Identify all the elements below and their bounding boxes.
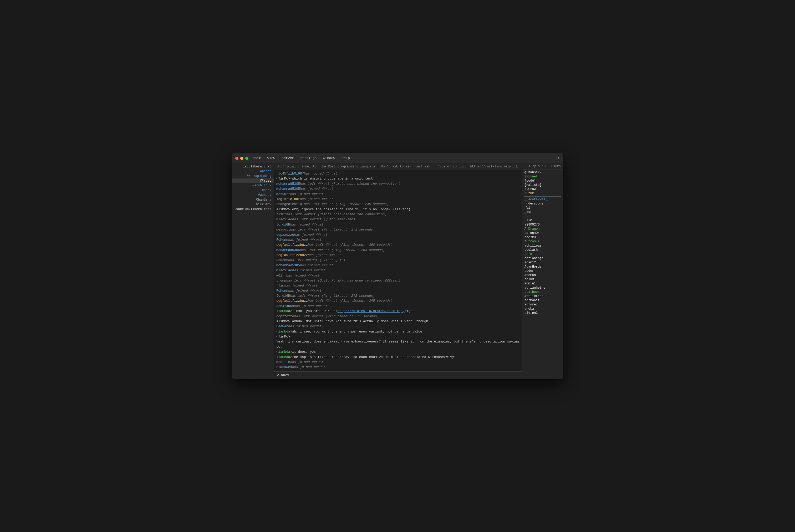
menu-window[interactable]: window xyxy=(323,156,336,160)
menu-help[interactable]: help xyxy=(341,156,349,160)
nick: segfaultfizzbuzz xyxy=(276,299,308,304)
message-input[interactable] xyxy=(277,373,519,377)
user-item[interactable]: agrorec xyxy=(523,303,563,307)
user-item[interactable]: AdamHorden xyxy=(523,265,563,269)
list-item: RoKenn has left ##rust (Client Quit) xyxy=(276,258,520,263)
user-item[interactable]: achilleas xyxy=(523,244,563,248)
user-item[interactable]: ace7k3 xyxy=(523,235,563,240)
user-item[interactable]: A_Dragon xyxy=(523,227,563,231)
list-item: `Tim has joined ##rust xyxy=(276,283,520,288)
sidebar-item-nhex[interactable]: #nhex xyxy=(232,188,274,193)
list-item: w0lff has joined ##rust xyxy=(276,273,520,278)
users-list[interactable]: @ChanServ [0x1eef] [code] [Kalisto] \\Cr… xyxy=(523,170,563,379)
nick: <lambda> xyxy=(276,355,292,360)
nick: mcoffin xyxy=(276,360,290,365)
user-item[interactable]: ACfromTX xyxy=(523,240,563,244)
sidebar-server[interactable]: irc.libera.chat xyxy=(232,164,274,169)
nick: Daewar xyxy=(276,324,288,329)
list-item: rk102 has left ##rust (Remote host close… xyxy=(276,212,520,217)
traffic-lights xyxy=(235,157,248,160)
nick: oopzzozzo xyxy=(276,314,294,319)
crates-link[interactable]: https://crates.io/crates/enum-map, xyxy=(338,309,404,314)
maximize-button[interactable] xyxy=(245,157,248,160)
nick: mohammad5305 xyxy=(276,248,300,253)
list-item: <lambda> the map is a fixed-size array, … xyxy=(276,355,520,360)
user-item[interactable]: aaronm04 xyxy=(523,231,563,235)
list-item: <lambda> it does, yes xyxy=(276,349,520,355)
user-item[interactable]: [Kalisto] xyxy=(523,183,563,187)
nick: RoKenn xyxy=(276,238,288,243)
nick: <lambda> xyxy=(276,329,292,334)
user-item[interactable]: @ChanServ xyxy=(523,170,563,174)
list-item: logistic-bot has joined ##rust xyxy=(276,197,520,202)
sidebar-item-rust[interactable]: ##rust xyxy=(232,178,274,183)
titlebar: nhex view server settings window help ☀ xyxy=(232,153,563,163)
user-item[interactable]: adam12 xyxy=(523,261,563,265)
user-item[interactable]: [code] xyxy=(523,179,563,183)
user-item[interactable]: __acetakwas__ xyxy=(523,197,563,202)
menu-server[interactable]: server xyxy=(282,156,294,160)
sidebar-item-cadmium[interactable]: cadmium.libera.chat xyxy=(232,207,274,212)
list-item: mohammad5305 has left ##rust (Ping timeo… xyxy=(276,248,520,253)
user-item[interactable]: admin1 xyxy=(523,282,563,286)
user-item[interactable]: actioninja xyxy=(523,256,563,261)
user-item[interactable]: `. xyxy=(523,214,563,218)
messages-area[interactable]: r5c45711h01987 has joined ##rust <TimMc>… xyxy=(274,170,522,372)
close-button[interactable] xyxy=(235,157,239,160)
list-item: miaoxiao has left ##rust (Quit: miaoxiao… xyxy=(276,217,520,222)
user-item[interactable]: Ademan xyxy=(523,273,563,277)
nick: mohammad5305 xyxy=(276,187,300,192)
nick: <lambda> xyxy=(276,309,292,314)
list-item: Den4ikRus has joined ##rust xyxy=(276,304,520,309)
user-item[interactable]: agrmohit xyxy=(523,298,563,303)
sidebar-item-nickserv[interactable]: NickServ xyxy=(232,202,274,207)
user-item[interactable]: adder xyxy=(523,269,563,273)
user-item[interactable]: aeltheos xyxy=(523,290,563,294)
nick: rk102 xyxy=(276,212,286,217)
sidebar-item-archlinux[interactable]: #archlinux xyxy=(232,183,274,188)
minimize-button[interactable] xyxy=(240,157,243,160)
sidebar-item-programming[interactable]: ##programming xyxy=(232,174,274,178)
nick: <lambda> xyxy=(276,349,292,355)
list-item: segfaultfizzbuzz has left ##rust (Ping t… xyxy=(276,243,520,248)
sidebar-item-chanserv[interactable]: ChanServ xyxy=(232,197,274,202)
sidebar-item-webdev[interactable]: #webdev xyxy=(232,193,274,197)
nick: miaoxiao xyxy=(276,217,292,222)
list-item: segfaultfizzbuzz has joined ##rust xyxy=(276,253,520,258)
nick: JordiGH xyxy=(276,222,290,227)
nick: <TimMc> xyxy=(276,319,290,324)
user-item-affliction[interactable]: Affliction xyxy=(523,294,563,298)
list-item: BlackDex has joined ##rust xyxy=(276,365,520,370)
list-item: <lambda> ah, I see, you want one entry p… xyxy=(276,329,520,334)
app-name: nhex xyxy=(253,156,261,160)
nick: segfaultfizzbuzz xyxy=(276,243,308,248)
nick: r5c45711h01987 xyxy=(276,171,304,176)
user-item[interactable]: aivion3 xyxy=(523,311,563,315)
user-item[interactable]: _xor xyxy=(523,210,563,214)
input-bar xyxy=(274,372,522,379)
topic-bar: Unofficial channel for the Rust programm… xyxy=(274,163,522,170)
user-item[interactable]: _nderscore xyxy=(523,202,563,206)
user-item[interactable]: adrianheine xyxy=(523,286,563,290)
main-window: nhex view server settings window help ☀ … xyxy=(232,153,563,379)
user-item[interactable]: ^6t8k xyxy=(523,191,563,195)
user-item[interactable]: acro xyxy=(523,252,563,256)
menu-settings[interactable]: settings xyxy=(300,156,317,160)
nick: Den4ikRus xyxy=(276,304,294,309)
menu-view[interactable]: view xyxy=(267,156,275,160)
user-item[interactable]: [0x1eef] xyxy=(523,174,563,179)
nick: oopzzozzo xyxy=(276,233,294,238)
list-item: miaoxiao has joined ##rust xyxy=(276,268,520,273)
user-item[interactable]: ahoka xyxy=(523,307,563,311)
user-item[interactable]: `Tim xyxy=(523,218,563,223)
main-layout: irc.libera.chat ##chat ##programming ##r… xyxy=(232,163,563,379)
user-item[interactable]: adium xyxy=(523,277,563,282)
user-item[interactable]: \\Crow` xyxy=(523,187,563,191)
nick: <TimMc> xyxy=(276,176,290,182)
sidebar-item-chat[interactable]: ##chat xyxy=(232,169,274,174)
user-item[interactable]: a2800276 xyxy=(523,223,563,227)
user-item[interactable]: _Vi xyxy=(523,206,563,210)
list-item: mohammad5305 has left ##rust (Remote hos… xyxy=(276,182,520,187)
user-item[interactable]: acolarh xyxy=(523,248,563,252)
brightness-icon[interactable]: ☀ xyxy=(557,156,560,161)
